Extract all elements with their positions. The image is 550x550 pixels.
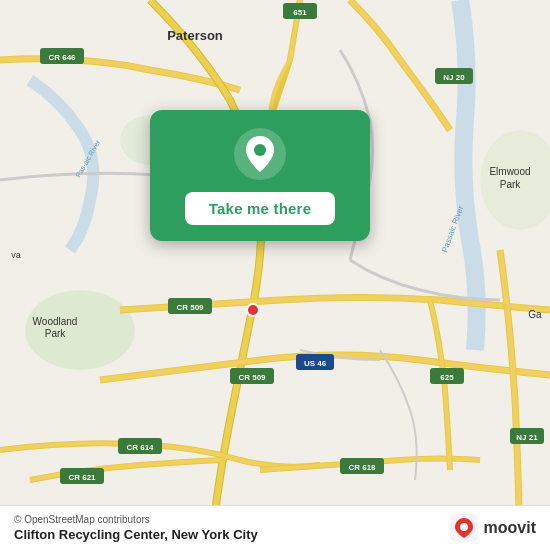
svg-point-1 <box>25 290 135 370</box>
location-card: Take me there <box>150 110 370 241</box>
svg-point-35 <box>247 304 259 316</box>
bottom-bar-left: © OpenStreetMap contributors Clifton Rec… <box>14 514 258 542</box>
svg-text:CR 618: CR 618 <box>348 463 376 472</box>
svg-text:Elmwood: Elmwood <box>489 166 530 177</box>
svg-text:Paterson: Paterson <box>167 28 223 43</box>
svg-text:625: 625 <box>440 373 454 382</box>
svg-text:Ga: Ga <box>528 309 542 320</box>
svg-text:CR 621: CR 621 <box>68 473 96 482</box>
svg-text:NJ 21: NJ 21 <box>516 433 538 442</box>
svg-text:Park: Park <box>500 179 522 190</box>
map-svg: CR 646 NJ 20 651 CR 509 CR 509 US 46 CR … <box>0 0 550 550</box>
svg-text:CR 646: CR 646 <box>48 53 76 62</box>
svg-point-39 <box>460 523 468 531</box>
bottom-bar: © OpenStreetMap contributors Clifton Rec… <box>0 505 550 550</box>
take-me-there-button[interactable]: Take me there <box>185 192 335 225</box>
svg-text:CR 614: CR 614 <box>126 443 154 452</box>
svg-text:US 46: US 46 <box>304 359 327 368</box>
svg-text:Park: Park <box>45 328 67 339</box>
svg-text:CR 509: CR 509 <box>176 303 204 312</box>
location-pin-icon <box>234 128 286 180</box>
moovit-icon <box>450 514 478 542</box>
svg-text:va: va <box>11 250 21 260</box>
location-name: Clifton Recycling Center, New York City <box>14 527 258 542</box>
svg-text:Woodland: Woodland <box>33 316 78 327</box>
svg-point-37 <box>254 144 266 156</box>
moovit-logo: moovit <box>450 514 536 542</box>
svg-text:CR 509: CR 509 <box>238 373 266 382</box>
svg-text:NJ 20: NJ 20 <box>443 73 465 82</box>
attribution-text: © OpenStreetMap contributors <box>14 514 258 525</box>
map-container: CR 646 NJ 20 651 CR 509 CR 509 US 46 CR … <box>0 0 550 550</box>
svg-text:651: 651 <box>293 8 307 17</box>
moovit-text: moovit <box>484 519 536 537</box>
